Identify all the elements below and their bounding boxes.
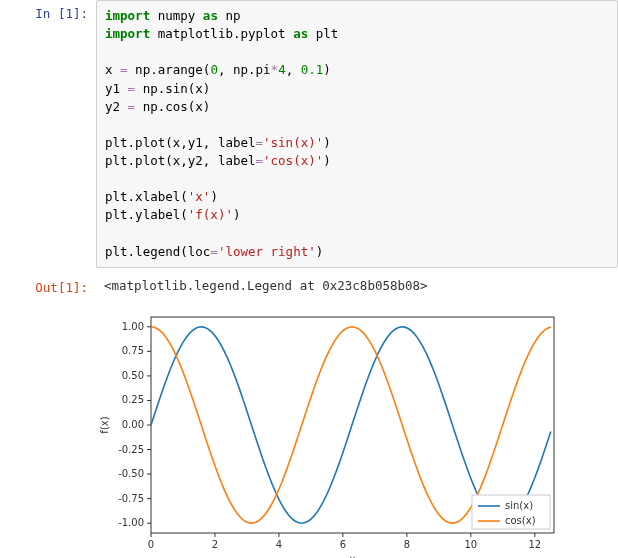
y-axis-label: f(x)	[99, 416, 110, 433]
code-token: matplotlib.pyplot	[158, 26, 286, 41]
input-prompt: In [1]:	[0, 0, 96, 27]
x-tick-label: 12	[528, 539, 541, 550]
code-token: y1	[105, 81, 128, 96]
code-token: as	[293, 26, 308, 41]
code-input-area[interactable]: import numpy as np import matplotlib.pyp…	[96, 0, 618, 268]
code-token: x	[105, 62, 120, 77]
code-token: 0.1	[301, 62, 324, 77]
y-tick-label: -1.00	[118, 517, 144, 528]
y-tick-label: 1.00	[122, 321, 144, 332]
y-tick-label: 0.50	[122, 370, 144, 381]
code-token: )	[316, 244, 324, 259]
chart-output: 024681012-1.00-0.75-0.50-0.250.000.250.5…	[0, 301, 618, 558]
code-token: =	[128, 81, 136, 96]
series-sin(x)	[151, 327, 551, 523]
output-text: <matplotlib.legend.Legend at 0x23c8b058b…	[96, 274, 618, 299]
input-cell: In [1]: import numpy as np import matplo…	[0, 0, 618, 268]
series-cos(x)	[151, 327, 551, 523]
code-token: 'x'	[188, 189, 211, 204]
y-tick-label: -0.75	[118, 492, 144, 503]
x-tick-label: 6	[340, 539, 346, 550]
code-token: plt.xlabel(	[105, 189, 188, 204]
y-tick-label: 0.00	[122, 419, 144, 430]
x-tick-label: 0	[148, 539, 154, 550]
code-token: =	[128, 99, 136, 114]
y-tick-label: 0.25	[122, 394, 144, 405]
line-chart: 024681012-1.00-0.75-0.50-0.250.000.250.5…	[96, 307, 566, 558]
code-token: plt.plot(x,y1, label	[105, 135, 256, 150]
code-token: y2	[105, 99, 128, 114]
code-token: np.sin(x)	[135, 81, 210, 96]
code-token: 'lower right'	[218, 244, 316, 259]
code-token: , np.pi	[218, 62, 271, 77]
code-token: np	[225, 8, 240, 23]
code-token: 'f(x)'	[188, 207, 233, 222]
code-token: 'cos(x)'	[263, 153, 323, 168]
x-tick-label: 8	[404, 539, 410, 550]
code-token: =	[210, 244, 218, 259]
code-token: import	[105, 8, 150, 23]
code-token: *	[271, 62, 279, 77]
code-token: =	[256, 135, 264, 150]
legend-label: cos(x)	[505, 515, 536, 526]
code-token: 0	[210, 62, 218, 77]
output-prompt: Out[1]:	[0, 274, 96, 301]
code-token: plt.plot(x,y2, label	[105, 153, 256, 168]
code-token: =	[256, 153, 264, 168]
code-token: numpy	[158, 8, 196, 23]
code-token: as	[203, 8, 218, 23]
x-tick-label: 2	[212, 539, 218, 550]
output-cell: Out[1]: <matplotlib.legend.Legend at 0x2…	[0, 274, 618, 301]
code-token: ,	[286, 62, 301, 77]
code-token: plt.legend(loc	[105, 244, 210, 259]
x-tick-label: 4	[276, 539, 282, 550]
code-token: import	[105, 26, 150, 41]
code-token: np.cos(x)	[135, 99, 210, 114]
legend-label: sin(x)	[505, 500, 533, 511]
x-axis-label: x	[350, 554, 356, 558]
y-tick-label: 0.75	[122, 345, 144, 356]
code-token: plt.ylabel(	[105, 207, 188, 222]
code-token: np.arange(	[128, 62, 211, 77]
y-tick-label: -0.50	[118, 468, 144, 479]
code-token: =	[120, 62, 128, 77]
x-tick-label: 10	[464, 539, 477, 550]
code-token: 4	[278, 62, 286, 77]
code-token: 'sin(x)'	[263, 135, 323, 150]
y-tick-label: -0.25	[118, 443, 144, 454]
code-token: )	[323, 135, 331, 150]
code-token: )	[233, 207, 241, 222]
code-token: )	[210, 189, 218, 204]
code-token: plt	[316, 26, 339, 41]
code-token: )	[323, 62, 331, 77]
code-token: )	[323, 153, 331, 168]
